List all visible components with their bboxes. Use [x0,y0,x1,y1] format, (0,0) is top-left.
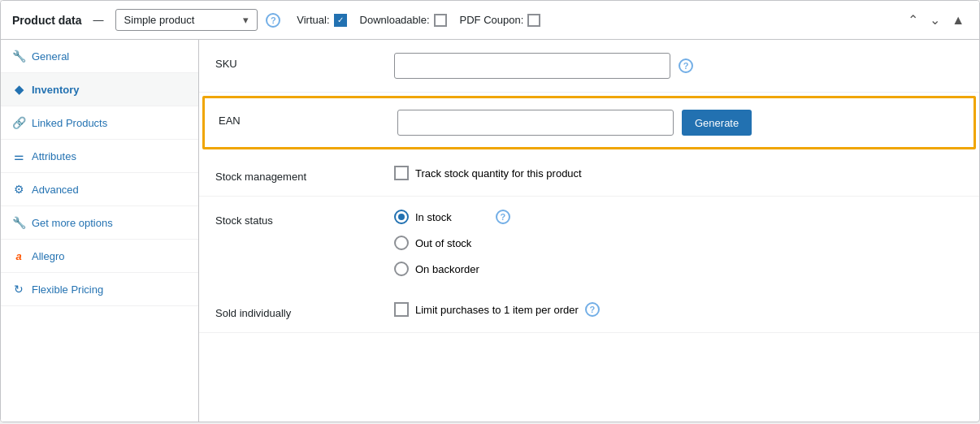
stock-management-label: Stock management [215,166,378,183]
pdf-coupon-option[interactable]: PDF Coupon: [460,14,541,27]
radio-in-stock-button[interactable] [394,210,409,224]
sku-label: SKU [215,53,378,70]
sidebar-item-flexible-pricing[interactable]: ↻ Flexible Pricing [1,273,198,306]
stock-management-controls: Track stock quantity for this product [394,166,963,180]
sidebar-item-allegro[interactable]: a Allegro [1,240,198,273]
sidebar-item-advanced[interactable]: ⚙ Advanced [1,173,198,206]
radio-on-backorder-button[interactable] [394,262,409,276]
diamond-icon: ◆ [12,83,25,96]
downloadable-label: Downloadable: [360,14,430,26]
radio-out-of-stock-label: Out of stock [415,237,471,249]
stock-status-help-icon[interactable]: ? [496,210,510,224]
pdf-coupon-checkbox[interactable] [527,14,540,27]
table-icon: ⚌ [12,149,25,162]
stock-management-checkbox[interactable] [394,166,409,180]
virtual-checkbox[interactable] [334,14,347,27]
product-data-title: Product data [12,14,82,27]
virtual-label: Virtual: [297,14,329,26]
sold-individually-checkbox-row: Limit purchases to 1 item per order ? [394,302,600,317]
arrow-up-button[interactable]: ⌃ [904,11,921,29]
sidebar-item-label: Advanced [32,184,79,196]
radio-in-stock[interactable]: In stock [394,210,479,224]
ean-field-row: EAN Generate [202,96,976,149]
allegro-icon: a [12,249,25,262]
radio-in-stock-dot [398,214,405,220]
sold-individually-field-row: Sold individually Limit purchases to 1 i… [199,289,979,333]
virtual-option[interactable]: Virtual: [297,14,346,27]
ean-controls: Generate [397,110,960,136]
sold-individually-label: Sold individually [215,302,378,319]
generate-button[interactable]: Generate [682,110,752,136]
sku-help-icon[interactable]: ? [679,58,693,73]
sold-individually-help-icon[interactable]: ? [585,302,600,317]
radio-on-backorder[interactable]: On backorder [394,262,479,276]
sidebar-item-get-more-options[interactable]: 🔧 Get more options [1,206,198,240]
sku-input[interactable] [394,53,670,79]
main-content: SKU ? EAN Generate Stock management [199,40,979,422]
stock-status-field-row: Stock status In stock Out of stock [199,197,979,289]
sidebar-item-label: Linked Products [32,117,107,129]
ean-input[interactable] [397,110,674,136]
sidebar-item-label: Inventory [32,84,80,96]
sold-individually-controls: Limit purchases to 1 item per order ? [394,302,963,317]
pdf-coupon-label: PDF Coupon: [460,14,524,26]
sidebar: 🔧 General ◆ Inventory 🔗 Linked Products … [1,40,199,422]
radio-out-of-stock-button[interactable] [394,236,409,250]
product-data-panel: Product data — Simple product ▾ ? Virtua… [0,0,980,422]
downloadable-option[interactable]: Downloadable: [360,14,447,27]
radio-out-of-stock[interactable]: Out of stock [394,236,479,250]
ean-label: EAN [219,110,381,127]
sidebar-item-label: Get more options [32,217,113,229]
wrench2-icon: 🔧 [12,216,25,229]
header-dash: — [93,14,104,26]
arrow-down-button[interactable]: ⌄ [926,11,943,29]
stock-status-controls: In stock Out of stock On backorder ? [394,210,963,276]
sidebar-item-label: General [32,50,69,63]
stock-status-label: Stock status [215,210,378,227]
sidebar-item-general[interactable]: 🔧 General [1,40,198,73]
sidebar-item-attributes[interactable]: ⚌ Attributes [1,140,198,173]
product-body: 🔧 General ◆ Inventory 🔗 Linked Products … [1,40,979,422]
gear-icon: ⚙ [12,183,25,196]
radio-in-stock-label: In stock [415,211,452,223]
downloadable-checkbox[interactable] [434,14,447,27]
sidebar-item-label: Attributes [32,150,76,162]
collapse-arrows: ⌃ ⌄ ▲ [904,11,968,29]
sidebar-item-linked-products[interactable]: 🔗 Linked Products [1,106,198,140]
radio-on-backorder-label: On backorder [415,263,479,275]
sync-icon: ↻ [12,283,25,296]
sold-individually-checkbox[interactable] [394,302,409,317]
product-type-label: Simple product [124,14,195,26]
sidebar-item-label: Flexible Pricing [32,283,103,296]
stock-management-field-row: Stock management Track stock quantity fo… [199,153,979,197]
header-options: Virtual: Downloadable: PDF Coupon: [297,14,540,27]
arrow-up-filled-button[interactable]: ▲ [948,11,968,29]
sold-individually-checkbox-label: Limit purchases to 1 item per order [415,304,579,316]
chevron-down-icon: ▾ [243,14,249,26]
stock-management-checkbox-row: Track stock quantity for this product [394,166,582,180]
product-header: Product data — Simple product ▾ ? Virtua… [1,1,979,40]
wrench-icon: 🔧 [12,50,25,63]
stock-management-checkbox-label: Track stock quantity for this product [415,167,582,180]
sidebar-item-inventory[interactable]: ◆ Inventory [1,73,198,106]
sku-field-row: SKU ? [199,40,979,93]
stock-status-radio-group: In stock Out of stock On backorder [394,210,479,276]
sku-controls: ? [394,53,963,79]
product-type-help-icon[interactable]: ? [266,13,280,28]
product-type-select[interactable]: Simple product ▾ [115,9,258,31]
sidebar-item-label: Allegro [32,250,64,262]
link-icon: 🔗 [12,116,25,129]
